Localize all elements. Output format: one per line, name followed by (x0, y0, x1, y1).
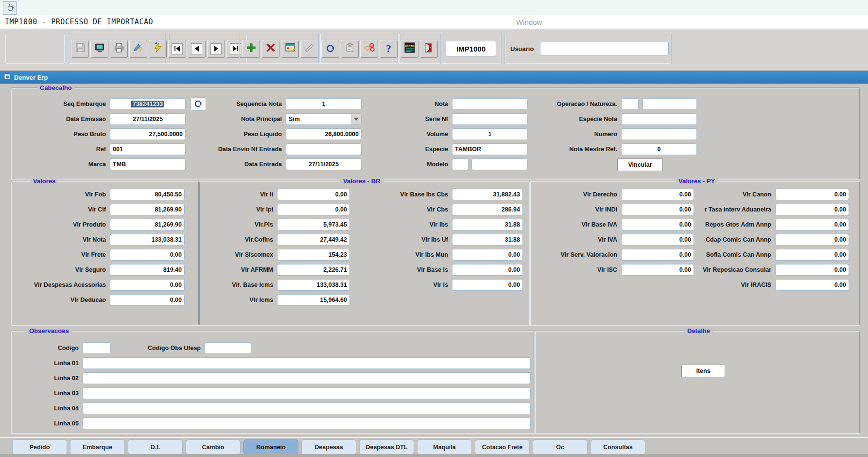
nota-mestre-ref-input[interactable]: 0 (621, 143, 697, 155)
chevron-down-icon[interactable] (351, 114, 361, 124)
vlr-seguro-input[interactable]: 819.40 (110, 264, 185, 276)
linha-01-input[interactable] (83, 357, 531, 369)
tab-oc[interactable]: Oc (533, 439, 588, 455)
tab-pedido[interactable]: Pedido (12, 439, 67, 455)
vlr-ibs-uf-input[interactable]: 31.88 (452, 234, 523, 246)
vlr-fob-input[interactable]: 80,450.50 (110, 189, 185, 200)
keys-button[interactable] (360, 40, 378, 58)
screen-button[interactable] (90, 40, 108, 58)
lightning-button[interactable] (149, 40, 167, 58)
tab-maquila[interactable]: Maquila (417, 439, 472, 455)
edit-question-button[interactable]: ? (129, 40, 147, 58)
tab-despesas[interactable]: Despesas (301, 439, 356, 455)
vlr-tasa-interv-aduaneira-input[interactable]: 0.00 (775, 204, 849, 215)
vlr-cofins-input[interactable]: 27,449.42 (277, 234, 350, 246)
ref-input[interactable]: 001 (110, 143, 186, 155)
codigo-input[interactable] (83, 342, 111, 354)
itens-button[interactable]: Itens (681, 365, 725, 377)
vlr-despesas-acessorias-input[interactable]: 0.00 (110, 279, 185, 291)
vlr-base-iva-input[interactable]: 0.00 (621, 219, 694, 230)
vlr-ibs-mun-input[interactable]: 0.00 (452, 249, 523, 261)
usuario-input[interactable] (540, 42, 669, 56)
vlr-canon-input[interactable]: 0.00 (775, 189, 849, 200)
vlr-frete-input[interactable]: 0.00 (110, 249, 185, 261)
vlr-ibs-input[interactable]: 31.88 (452, 219, 523, 230)
vlr-nota-input[interactable]: 133,038.31 (110, 234, 185, 246)
exit-button[interactable] (420, 40, 438, 58)
imp1000-window: IMP1000 - PROCESSO DE IMPORTACAO Window … (0, 0, 868, 457)
vlr-afrmm-input[interactable]: 2,226.71 (277, 264, 350, 276)
vlr-base-icms-input[interactable]: 133,038.31 (277, 279, 350, 291)
vlr-is-input[interactable]: 0.00 (452, 279, 523, 291)
save-button[interactable] (71, 40, 89, 58)
tab-di[interactable]: D.I. (128, 439, 183, 455)
linha-05-input[interactable] (83, 418, 531, 429)
help-button[interactable]: ? (380, 40, 398, 58)
data-entrada-input[interactable]: 27/11/2025 (286, 158, 362, 170)
codigo-obs-ufesp-input[interactable] (205, 342, 251, 354)
data-emissao-input[interactable]: 27/11/2025 (110, 113, 186, 125)
undo-button[interactable] (321, 40, 339, 58)
vlr-cbs-input[interactable]: 286.94 (452, 204, 523, 215)
nota-input[interactable] (452, 98, 528, 110)
peso-bruto-input[interactable]: 27,500.0000 (110, 128, 186, 140)
vlr-ipi-input[interactable]: 0.00 (277, 204, 350, 215)
linha-04-input[interactable] (83, 403, 531, 414)
query-button[interactable] (281, 40, 299, 58)
paste-button[interactable] (341, 40, 359, 58)
vlr-ii-input[interactable]: 0.00 (277, 189, 350, 200)
marca-input[interactable]: TMB (110, 158, 186, 170)
tab-consultas[interactable]: Consultas (590, 439, 645, 455)
tab-cotacao-frete[interactable]: Cotacao Frete (475, 439, 530, 455)
vlr-serv-valoracion-input[interactable]: 0.00 (621, 249, 694, 261)
first-record-button[interactable] (168, 40, 186, 58)
tab-cambio[interactable]: Cambio (186, 439, 241, 455)
seq-embarque-input[interactable]: 738241233 (110, 98, 186, 110)
modelo-input-1[interactable] (452, 158, 469, 170)
data-envio-nf-entrada-input[interactable] (286, 143, 362, 155)
delete-record-button[interactable] (261, 40, 279, 58)
vlr-base-ibs-cbs-input[interactable]: 31,882.43 (452, 189, 523, 200)
sequencia-nota-input[interactable]: 1 (286, 98, 362, 110)
tab-despesas-dtl[interactable]: Despesas DTL (359, 439, 414, 455)
sofia-comis-can-annp-input[interactable]: 0.00 (775, 249, 849, 261)
especie-nota-input[interactable] (621, 113, 697, 125)
print-button[interactable] (110, 40, 128, 58)
vincular-button[interactable]: Vincular (617, 158, 663, 171)
tab-romaneio[interactable]: Romaneio (243, 439, 298, 455)
vlr-isc-input[interactable]: 0.00 (621, 264, 694, 276)
especie-input[interactable]: TAMBOR (452, 143, 528, 155)
java-frame-button[interactable] (3, 1, 17, 15)
insert-record-button[interactable] (242, 40, 260, 58)
operacao-natureza-input-1[interactable] (621, 98, 639, 110)
vlr-produto-input[interactable]: 81,269.90 (110, 219, 185, 230)
previous-record-button[interactable] (188, 40, 206, 58)
vlr-derecho-input[interactable]: 0.00 (621, 189, 694, 200)
modelo-input-2[interactable] (471, 158, 528, 170)
tab-embarque[interactable]: Embarque (70, 439, 125, 455)
vlr-cif-input[interactable]: 81,269.90 (110, 204, 185, 215)
vlr-icms-input[interactable]: 15,964.60 (277, 294, 350, 306)
peso-liquido-input[interactable]: 26,800.0000 (286, 128, 362, 140)
vlr-iva-input[interactable]: 0.00 (621, 234, 694, 246)
operacao-natureza-input-2[interactable] (642, 98, 697, 110)
linha-02-input[interactable] (83, 372, 531, 384)
volume-input[interactable]: 1 (452, 128, 528, 140)
cdap-comis-can-annp-input[interactable]: 0.00 (775, 234, 849, 246)
serie-nf-input[interactable] (452, 113, 528, 125)
nota-principal-select[interactable]: Sim (286, 113, 362, 125)
wand-button[interactable] (300, 40, 318, 58)
repos-gtos-adm-annp-input[interactable]: 0.00 (775, 219, 849, 230)
next-record-button[interactable] (207, 40, 225, 58)
vlr-base-is-input[interactable]: 0.00 (452, 264, 523, 276)
vlr-deducao-input[interactable]: 0.00 (110, 294, 185, 306)
numero-input[interactable] (621, 128, 697, 140)
menu-button[interactable]: Menu (400, 40, 418, 58)
vlr-reposicao-consular-input[interactable]: 0.00 (775, 264, 849, 276)
vlr-indi-input[interactable]: 0.00 (621, 204, 694, 215)
vlr-pis-input[interactable]: 5,973.45 (277, 219, 350, 230)
linha-03-input[interactable] (83, 387, 531, 399)
window-menu-item[interactable]: Window (516, 18, 542, 26)
vlr-siscomex-input[interactable]: 154.23 (277, 249, 350, 261)
vlr-iracis-input[interactable]: 0.00 (775, 279, 849, 291)
